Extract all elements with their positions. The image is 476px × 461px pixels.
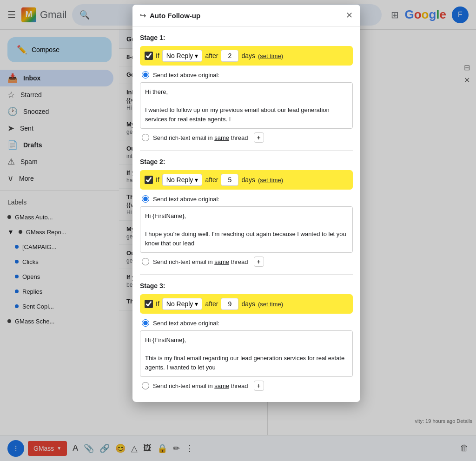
modal-close-button[interactable]: ✕ (346, 10, 353, 20)
stage-2-email-body[interactable]: Hi {FirstName},I hope you're doing well.… (140, 206, 353, 253)
stage-2-radio-richtext-label: Send rich-text email in same thread (153, 258, 248, 265)
followup-arrow-icon: ↪ (140, 11, 146, 20)
stage-2-label: Stage 2: (140, 158, 353, 165)
modal-title: Auto Follow-up (150, 12, 346, 20)
stage-3-radio-row-1: Send text above original: (140, 319, 353, 327)
stage-1-email-body[interactable]: Hi there,I wanted to follow up on my pre… (140, 82, 353, 129)
stage-2-radio-text-label: Send text above original: (153, 196, 219, 203)
stage-1-condition-row: If No Reply ▾ after days (set time) (140, 46, 353, 66)
stage-3-set-time-link[interactable]: (set time) (258, 301, 283, 308)
stage-1-days-label: days (241, 52, 255, 59)
auto-followup-modal: ↪ Auto Follow-up ✕ Stage 1: If No Reply … (132, 5, 360, 402)
stage-1-if-label: If (156, 52, 159, 59)
dropdown-chevron-icon: ▾ (195, 300, 198, 308)
stage-2-3-divider (140, 274, 353, 275)
stage-2-radio-row-1: Send text above original: (140, 195, 353, 203)
stage-2-condition-dropdown[interactable]: No Reply ▾ (162, 174, 203, 186)
stage-3-checkbox[interactable] (145, 300, 153, 308)
stage-2-radio-text[interactable] (142, 195, 149, 203)
stage-1-set-time-link[interactable]: (set time) (258, 53, 283, 59)
stage-1-radio-row-1: Send text above original: (140, 71, 353, 79)
stage-1-radio-text-label: Send text above original: (153, 72, 219, 79)
stage-3-section: Stage 3: If No Reply ▾ after days (set t… (140, 282, 353, 391)
stage-3-radio-text-label: Send text above original: (153, 320, 219, 327)
stage-2-condition-value: No Reply (166, 176, 193, 184)
stage-1-add-button[interactable]: + (254, 132, 264, 143)
stage-1-label: Stage 1: (140, 34, 353, 41)
stage-3-email-body[interactable]: Hi {FirstName},This is my final email re… (140, 330, 353, 377)
stage-2-checkbox[interactable] (145, 176, 153, 184)
stage-1-condition-dropdown[interactable]: No Reply ▾ (162, 50, 203, 62)
stage-3-radio-richtext[interactable] (142, 382, 149, 389)
stage-1-checkbox[interactable] (145, 52, 153, 60)
stage-3-condition-row: If No Reply ▾ after days (set time) (140, 294, 353, 314)
stage-2-add-button[interactable]: + (254, 257, 264, 267)
stage-3-days-label: days (241, 300, 255, 308)
stage-2-after-label: after (205, 176, 218, 184)
stage-2-section: Stage 2: If No Reply ▾ after days (set t… (140, 158, 353, 267)
modal-body: Stage 1: If No Reply ▾ after days (set t… (132, 26, 360, 402)
stage-1-after-label: after (205, 52, 218, 59)
stage-2-if-label: If (156, 176, 159, 184)
stage-3-days-input[interactable] (221, 298, 238, 310)
stage-3-label: Stage 3: (140, 282, 353, 290)
stage-2-condition-row: If No Reply ▾ after days (set time) (140, 170, 353, 190)
gmail-background: ☰ M Gmail 🔍 ⊞ Google F ✏️ Compose 📥 Inbo… (0, 0, 476, 461)
modal-header: ↪ Auto Follow-up ✕ (132, 5, 360, 26)
stage-3-condition-value: No Reply (166, 300, 193, 308)
stage-2-radio-richtext[interactable] (142, 258, 149, 265)
stage-2-days-input[interactable] (221, 174, 238, 186)
dropdown-chevron-icon: ▾ (195, 52, 198, 59)
stage-2-radio-row-2: Send rich-text email in same thread + (140, 257, 353, 267)
stage-1-radio-row-2: Send rich-text email in same thread + (140, 132, 353, 143)
stage-1-days-input[interactable] (221, 50, 238, 62)
stage-3-radio-row-2: Send rich-text email in same thread + (140, 381, 353, 391)
stage-1-2-divider (140, 150, 353, 151)
stage-3-after-label: after (205, 300, 218, 308)
stage-3-if-label: If (156, 300, 159, 308)
stage-3-radio-text[interactable] (142, 319, 149, 327)
stage-1-radio-richtext[interactable] (142, 134, 149, 141)
stage-3-radio-richtext-label: Send rich-text email in same thread (153, 382, 248, 389)
stage-1-condition-value: No Reply (166, 52, 193, 59)
stage-1-radio-richtext-label: Send rich-text email in same thread (153, 134, 248, 141)
stage-3-add-button[interactable]: + (254, 381, 264, 391)
dropdown-chevron-icon: ▾ (195, 176, 198, 184)
stage-1-radio-text[interactable] (142, 71, 149, 79)
stage-1-section: Stage 1: If No Reply ▾ after days (set t… (140, 34, 353, 143)
stage-2-days-label: days (241, 176, 255, 184)
stage-2-set-time-link[interactable]: (set time) (258, 177, 283, 184)
stage-3-condition-dropdown[interactable]: No Reply ▾ (162, 298, 203, 310)
